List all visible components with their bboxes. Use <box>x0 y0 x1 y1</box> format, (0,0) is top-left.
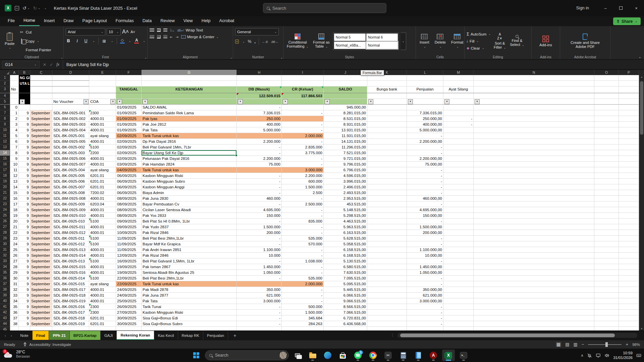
cell[interactable]: 11/09/2025 <box>116 241 142 247</box>
header-ayat-silang[interactable]: Ayat Silang <box>443 86 474 93</box>
cell[interactable] <box>443 304 474 310</box>
cell[interactable] <box>367 156 407 162</box>
row-header-43[interactable]: 43 <box>0 315 10 321</box>
cell[interactable]: 570.000 <box>282 241 324 247</box>
cell[interactable] <box>19 86 30 93</box>
cell[interactable]: 500.000 <box>282 304 324 310</box>
row-header-5[interactable]: 5 <box>0 99 10 105</box>
cell[interactable] <box>142 327 237 330</box>
row-header-6[interactable]: 6 <box>0 105 10 110</box>
italic-button[interactable]: I <box>74 39 80 44</box>
cell[interactable]: 15 <box>10 190 19 196</box>
cell[interactable]: 06/09/2025 <box>116 184 142 190</box>
cell[interactable]: 10.000,00 <box>407 253 443 258</box>
cell[interactable] <box>443 276 474 281</box>
cell[interactable] <box>474 207 594 213</box>
cell[interactable]: - <box>237 219 282 224</box>
cell[interactable]: 9 <box>19 110 30 116</box>
cell[interactable]: - <box>282 213 324 219</box>
cell[interactable]: 9 <box>19 116 30 122</box>
cell[interactable]: 5.095.515,00 <box>324 281 367 287</box>
cell[interactable] <box>443 133 474 139</box>
decrease-indent-icon[interactable]: ⇤ <box>170 35 173 39</box>
cell[interactable]: SDL-BK-0925-016 <box>52 304 89 310</box>
cell[interactable]: September <box>30 190 52 196</box>
cell[interactable] <box>367 327 407 330</box>
cell[interactable] <box>367 230 407 236</box>
cell[interactable] <box>474 139 594 144</box>
row-header-35[interactable]: 35 <box>0 270 10 276</box>
cell[interactable]: 8.531.015,00 <box>324 116 367 122</box>
cell[interactable] <box>367 293 407 298</box>
cell[interactable]: 2.200.000,00 <box>407 139 443 144</box>
cell[interactable] <box>474 86 594 93</box>
cell[interactable] <box>594 276 619 281</box>
cell[interactable] <box>594 321 619 327</box>
minimize-button[interactable]: – <box>598 0 613 16</box>
cell[interactable] <box>30 105 52 110</box>
cell[interactable] <box>619 116 639 122</box>
row-header-34[interactable]: 34 <box>0 264 10 270</box>
cell[interactable] <box>619 213 639 219</box>
header-saldo[interactable]: SALDO <box>324 86 367 93</box>
cell[interactable] <box>619 253 639 258</box>
cell[interactable]: SDL-BM-0925-002 <box>52 116 89 122</box>
row-header-26[interactable]: 26 <box>0 219 10 224</box>
cell[interactable] <box>324 81 367 86</box>
cell[interactable]: SDL-BM-0925-018 <box>52 293 89 298</box>
style-normal-5[interactable]: Normal 5 <box>334 34 366 41</box>
header-tanggal[interactable]: TANGGAL <box>116 86 142 93</box>
cell[interactable]: 5100 <box>89 258 116 264</box>
cell[interactable]: 29 <box>10 270 19 276</box>
row-header-8[interactable]: 8 <box>0 116 10 122</box>
cell[interactable]: September <box>30 258 52 264</box>
cell[interactable] <box>367 133 407 139</box>
cell[interactable] <box>443 110 474 116</box>
cell[interactable] <box>407 105 443 110</box>
cell[interactable]: Pak Tata <box>142 127 237 133</box>
cell[interactable] <box>52 75 89 81</box>
cell[interactable]: Beli Plat Besi 2Mm,1Lbr <box>142 276 237 281</box>
cell[interactable]: 6.066.515,00 <box>324 293 367 298</box>
cell[interactable]: 09/09/2025 <box>116 219 142 224</box>
cell[interactable] <box>474 156 594 162</box>
cell[interactable]: 5 <box>10 133 19 139</box>
cell[interactable]: Tarik Tunai untuk kas <box>142 281 237 287</box>
cell[interactable]: September <box>30 116 52 122</box>
cell[interactable] <box>594 127 619 133</box>
cell[interactable] <box>594 105 619 110</box>
row-header-25[interactable]: 25 <box>0 213 10 219</box>
row-header-1[interactable]: 1 <box>0 75 10 81</box>
column-header-F[interactable]: F <box>116 70 142 75</box>
snipping-tool-button[interactable]: ✂ <box>382 350 394 361</box>
copy-button[interactable]: Copy⌄ <box>19 38 51 45</box>
style-normal-x6ba[interactable]: Normal_x6Ba... <box>334 42 366 49</box>
menu-tab-file[interactable]: File <box>3 16 19 26</box>
cell[interactable] <box>594 287 619 293</box>
cell[interactable] <box>367 196 407 201</box>
filter-dropdown[interactable] <box>443 99 474 105</box>
cell[interactable]: SDL-BM-0925-001 <box>52 110 89 116</box>
select-all-corner[interactable] <box>0 70 10 75</box>
cell[interactable]: 8.281.015,00 <box>324 110 367 116</box>
cell[interactable] <box>19 93 30 99</box>
cell[interactable]: Beli Plat Galvanil 1,5Mm, 1Lbr <box>142 258 237 264</box>
tray-chevron-icon[interactable]: ∧ <box>581 353 583 358</box>
cell[interactable]: SDL-BK-0925-002 <box>52 144 89 150</box>
row-header-3[interactable]: 3 <box>0 86 10 93</box>
cell[interactable]: September <box>30 173 52 179</box>
cell[interactable]: 9.721.015,00 <box>324 156 367 162</box>
cell[interactable]: 22/09/2025 <box>116 281 142 287</box>
cell[interactable]: 2.500 <box>282 190 324 196</box>
cell[interactable]: 5.298.515,00 <box>324 213 367 219</box>
cell[interactable]: - <box>407 310 443 315</box>
cell[interactable]: 30 <box>10 276 19 281</box>
total-db-masuk[interactable]: 122.509.015 <box>237 93 282 99</box>
cell[interactable]: 37 <box>10 315 19 321</box>
cell[interactable]: 25/09/2025 <box>116 298 142 304</box>
cell[interactable]: September <box>30 281 52 287</box>
cell[interactable]: 9 <box>19 207 30 213</box>
cell[interactable]: Bayar Mdf Ke Grapica <box>142 241 237 247</box>
cell[interactable]: September <box>30 196 52 201</box>
row-header-38[interactable]: 38 <box>0 287 10 293</box>
